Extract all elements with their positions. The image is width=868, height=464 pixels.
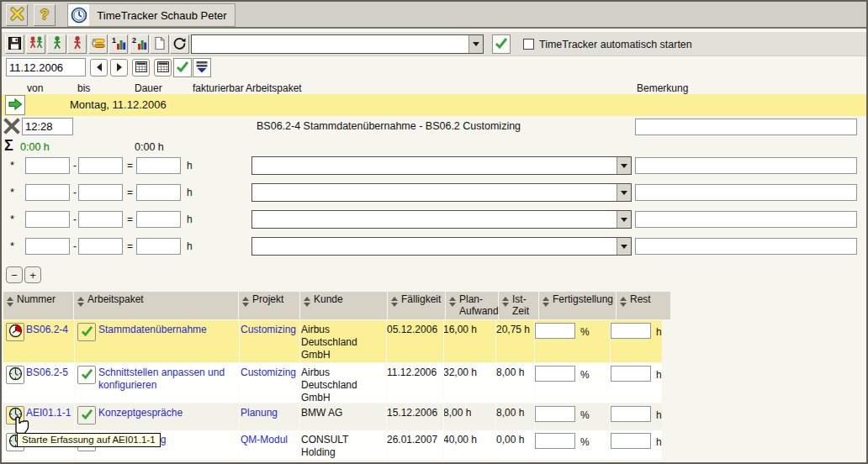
combo-dropdown-button[interactable]	[617, 157, 631, 174]
von-input[interactable]	[25, 211, 70, 228]
arbeitspaket-combo[interactable]	[251, 237, 632, 256]
close-button[interactable]	[6, 4, 28, 26]
new-entry-button[interactable]	[150, 34, 169, 54]
completion-input[interactable]	[535, 366, 575, 382]
active-remark-input[interactable]	[635, 119, 857, 135]
sort-icon[interactable]	[391, 297, 398, 318]
arbeitspaket-combo[interactable]	[251, 183, 632, 202]
dash-label: -	[73, 160, 77, 171]
date-input[interactable]	[6, 58, 86, 76]
recording-start-time-input[interactable]	[22, 118, 73, 135]
combo-dropdown-button[interactable]	[617, 238, 631, 255]
rest-input[interactable]	[611, 406, 651, 422]
clock-out-button[interactable]	[67, 34, 87, 54]
start-recording-button[interactable]	[6, 323, 24, 341]
entry-row: * - = h	[2, 156, 866, 179]
update-list-button[interactable]	[88, 34, 108, 54]
project-link[interactable]: Customizing	[241, 366, 299, 379]
start-recording-button[interactable]	[6, 366, 24, 384]
actual-time: 0,00 h	[496, 434, 524, 446]
th-fertigstellung[interactable]: Fertigstellung	[539, 292, 616, 319]
sort-icon[interactable]	[502, 297, 509, 318]
arbeitspaket-combo[interactable]	[251, 156, 632, 175]
th-faelligkeit[interactable]: Fälligkeit	[388, 292, 445, 319]
clock-in-out-button[interactable]	[26, 34, 45, 54]
next-day-button[interactable]	[110, 59, 128, 76]
task-number-link[interactable]: AEI01.1-1	[26, 407, 73, 419]
bis-input[interactable]	[78, 184, 123, 201]
combo-dropdown-button[interactable]	[468, 35, 483, 53]
sort-icon[interactable]	[7, 297, 13, 318]
completion-input[interactable]	[535, 323, 575, 339]
save-button[interactable]	[5, 34, 24, 54]
th-rest[interactable]: Rest	[617, 292, 670, 319]
check-icon	[81, 325, 93, 339]
billable-button[interactable]	[77, 366, 96, 384]
rest-input[interactable]	[611, 323, 651, 339]
bemerkung-input[interactable]	[635, 184, 857, 201]
project-link[interactable]: Customizing	[241, 324, 299, 336]
refresh-button[interactable]	[170, 34, 189, 54]
hours-label: h	[187, 240, 193, 252]
dauer-input[interactable]	[136, 238, 181, 255]
sort-icon[interactable]	[77, 297, 84, 318]
bemerkung-input[interactable]	[635, 157, 857, 174]
bemerkung-input[interactable]	[635, 238, 857, 255]
confirm-date-button[interactable]	[173, 58, 192, 77]
confirm-booking-button[interactable]	[492, 34, 511, 54]
combo-dropdown-button[interactable]	[617, 211, 631, 228]
package-link[interactable]: Stammdatenübernahme	[98, 324, 236, 336]
bis-input[interactable]	[78, 211, 123, 228]
package-link[interactable]: Konzeptgespräche	[98, 407, 236, 419]
sort-icon[interactable]	[620, 297, 627, 318]
stop-recording-icon[interactable]	[3, 118, 20, 137]
task-number-link[interactable]: BS06.2-5	[26, 366, 73, 379]
report-1-button[interactable]: 1	[108, 34, 128, 54]
billable-button[interactable]	[77, 323, 96, 341]
bis-input[interactable]	[78, 157, 123, 174]
start-day-button[interactable]	[5, 95, 25, 115]
help-button[interactable]: ?	[34, 4, 56, 26]
package-link[interactable]: Schnittstellen anpassen und konfiguriere…	[98, 366, 236, 392]
arbeitspaket-combo[interactable]	[251, 210, 632, 229]
completion-input[interactable]	[535, 406, 575, 422]
rest-input[interactable]	[611, 366, 651, 382]
sort-icon[interactable]	[542, 297, 549, 318]
dauer-input[interactable]	[136, 157, 181, 174]
rest-input[interactable]	[611, 433, 651, 449]
chevron-down-icon	[621, 245, 627, 249]
customer-label: BMW AG	[301, 407, 383, 419]
sort-icon[interactable]	[304, 297, 310, 318]
bis-input[interactable]	[78, 238, 123, 255]
billable-button[interactable]	[77, 406, 96, 424]
project-link[interactable]: QM-Modul	[241, 434, 299, 446]
bemerkung-input[interactable]	[635, 211, 857, 228]
th-nummer[interactable]: Nummer	[3, 292, 73, 319]
sort-icon[interactable]	[242, 297, 249, 318]
project-link[interactable]: Planung	[241, 407, 299, 419]
calendar-button[interactable]	[132, 59, 150, 76]
autostart-checkbox[interactable]	[523, 39, 534, 50]
th-ist-zeit[interactable]: Ist- Zeit	[499, 292, 538, 319]
collapse-day-button[interactable]	[193, 58, 211, 77]
report-2-button[interactable]: 2	[130, 34, 149, 54]
prev-day-button[interactable]	[90, 59, 108, 76]
booking-combo[interactable]	[191, 34, 484, 54]
von-input[interactable]	[25, 184, 70, 201]
task-number-link[interactable]: BS06.2-4	[26, 324, 73, 336]
combo-dropdown-button[interactable]	[617, 184, 631, 201]
von-input[interactable]	[25, 157, 70, 174]
remove-row-button[interactable]: −	[6, 266, 23, 283]
th-projekt[interactable]: Projekt	[239, 292, 299, 319]
von-input[interactable]	[25, 238, 70, 255]
th-arbeitspaket[interactable]: Arbeitspaket	[74, 292, 238, 319]
dauer-input[interactable]	[136, 211, 181, 228]
sort-icon[interactable]	[449, 297, 456, 318]
th-plan-aufwand[interactable]: Plan- Aufwand	[446, 292, 498, 319]
clock-in-button[interactable]	[47, 34, 66, 54]
dauer-input[interactable]	[136, 184, 181, 201]
calendar-week-button[interactable]	[154, 59, 172, 76]
add-row-button[interactable]: +	[24, 266, 41, 283]
th-kunde[interactable]: Kunde	[300, 292, 387, 319]
completion-input[interactable]	[535, 433, 575, 449]
